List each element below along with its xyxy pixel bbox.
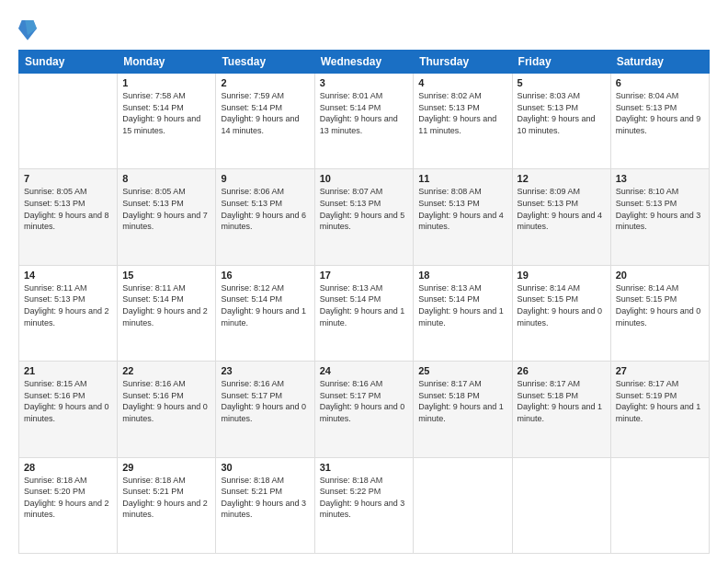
day-number: 28 [24, 462, 112, 473]
day-cell: 15 Sunrise: 8:11 AM Sunset: 5:14 PM Dayl… [118, 265, 216, 361]
day-cell: 13 Sunrise: 8:10 AM Sunset: 5:13 PM Dayl… [610, 169, 709, 265]
day-header-thursday: Thursday [414, 51, 512, 74]
day-number: 26 [518, 365, 606, 376]
day-info: Sunrise: 8:04 AM Sunset: 5:13 PM Dayligh… [616, 90, 704, 136]
day-info: Sunrise: 8:18 AM Sunset: 5:21 PM Dayligh… [122, 475, 210, 521]
day-info: Sunrise: 8:09 AM Sunset: 5:13 PM Dayligh… [518, 186, 606, 232]
day-info: Sunrise: 8:17 AM Sunset: 5:18 PM Dayligh… [418, 378, 506, 424]
day-header-friday: Friday [512, 51, 610, 74]
week-row-2: 14 Sunrise: 8:11 AM Sunset: 5:13 PM Dayl… [19, 265, 710, 361]
day-number: 19 [518, 270, 606, 281]
day-cell: 3 Sunrise: 8:01 AM Sunset: 5:14 PM Dayli… [314, 74, 414, 169]
day-number: 10 [320, 173, 409, 184]
week-row-4: 28 Sunrise: 8:18 AM Sunset: 5:20 PM Dayl… [19, 457, 710, 553]
day-info: Sunrise: 8:14 AM Sunset: 5:15 PM Dayligh… [616, 282, 704, 328]
day-number: 16 [221, 270, 309, 281]
day-cell: 28 Sunrise: 8:18 AM Sunset: 5:20 PM Dayl… [19, 457, 118, 553]
day-cell: 10 Sunrise: 8:07 AM Sunset: 5:13 PM Dayl… [314, 169, 414, 265]
day-cell: 1 Sunrise: 7:58 AM Sunset: 5:14 PM Dayli… [118, 74, 216, 169]
day-number: 31 [320, 462, 409, 473]
day-number: 23 [221, 365, 309, 376]
day-number: 24 [320, 365, 409, 376]
day-number: 30 [221, 462, 309, 473]
calendar: SundayMondayTuesdayWednesdayThursdayFrid… [18, 50, 710, 554]
day-info: Sunrise: 8:16 AM Sunset: 5:17 PM Dayligh… [320, 378, 409, 424]
day-cell: 31 Sunrise: 8:18 AM Sunset: 5:22 PM Dayl… [314, 457, 414, 553]
day-number: 20 [616, 270, 704, 281]
day-info: Sunrise: 8:10 AM Sunset: 5:13 PM Dayligh… [616, 186, 704, 232]
day-info: Sunrise: 8:06 AM Sunset: 5:13 PM Dayligh… [221, 186, 309, 232]
week-row-1: 7 Sunrise: 8:05 AM Sunset: 5:13 PM Dayli… [19, 169, 710, 265]
page: SundayMondayTuesdayWednesdayThursdayFrid… [0, 0, 728, 563]
day-cell: 30 Sunrise: 8:18 AM Sunset: 5:21 PM Dayl… [216, 457, 314, 553]
day-info: Sunrise: 7:59 AM Sunset: 5:14 PM Dayligh… [221, 90, 309, 136]
day-cell: 16 Sunrise: 8:12 AM Sunset: 5:14 PM Dayl… [216, 265, 314, 361]
day-header-monday: Monday [118, 51, 216, 74]
day-header-sunday: Sunday [19, 51, 118, 74]
day-number: 6 [616, 77, 704, 88]
day-cell [414, 457, 512, 553]
day-number: 17 [320, 270, 409, 281]
week-row-3: 21 Sunrise: 8:15 AM Sunset: 5:16 PM Dayl… [19, 362, 710, 457]
day-info: Sunrise: 8:18 AM Sunset: 5:21 PM Dayligh… [221, 475, 309, 521]
day-info: Sunrise: 8:11 AM Sunset: 5:13 PM Dayligh… [24, 282, 112, 328]
day-number: 9 [221, 173, 309, 184]
calendar-header-row: SundayMondayTuesdayWednesdayThursdayFrid… [19, 51, 710, 74]
day-info: Sunrise: 8:03 AM Sunset: 5:13 PM Dayligh… [518, 90, 606, 136]
day-info: Sunrise: 8:13 AM Sunset: 5:14 PM Dayligh… [320, 282, 409, 328]
day-info: Sunrise: 8:16 AM Sunset: 5:17 PM Dayligh… [221, 378, 309, 424]
day-cell: 19 Sunrise: 8:14 AM Sunset: 5:15 PM Dayl… [512, 265, 610, 361]
day-number: 13 [616, 173, 704, 184]
day-info: Sunrise: 8:05 AM Sunset: 5:13 PM Dayligh… [24, 186, 112, 232]
day-number: 27 [616, 365, 704, 376]
day-cell: 12 Sunrise: 8:09 AM Sunset: 5:13 PM Dayl… [512, 169, 610, 265]
day-number: 18 [418, 270, 506, 281]
logo-icon [18, 17, 37, 42]
day-cell [610, 457, 709, 553]
day-header-saturday: Saturday [610, 51, 709, 74]
day-cell: 17 Sunrise: 8:13 AM Sunset: 5:14 PM Dayl… [314, 265, 414, 361]
header [18, 17, 710, 42]
day-number: 29 [122, 462, 210, 473]
day-number: 14 [24, 270, 112, 281]
day-number: 4 [418, 77, 506, 88]
day-number: 2 [221, 77, 309, 88]
day-cell: 5 Sunrise: 8:03 AM Sunset: 5:13 PM Dayli… [512, 74, 610, 169]
day-number: 3 [320, 77, 409, 88]
day-info: Sunrise: 8:16 AM Sunset: 5:16 PM Dayligh… [122, 378, 210, 424]
day-info: Sunrise: 8:18 AM Sunset: 5:20 PM Dayligh… [24, 475, 112, 521]
day-info: Sunrise: 8:14 AM Sunset: 5:15 PM Dayligh… [518, 282, 606, 328]
day-cell: 21 Sunrise: 8:15 AM Sunset: 5:16 PM Dayl… [19, 362, 118, 457]
day-cell: 2 Sunrise: 7:59 AM Sunset: 5:14 PM Dayli… [216, 74, 314, 169]
day-info: Sunrise: 8:02 AM Sunset: 5:13 PM Dayligh… [418, 90, 506, 136]
day-cell: 18 Sunrise: 8:13 AM Sunset: 5:14 PM Dayl… [414, 265, 512, 361]
day-cell [512, 457, 610, 553]
day-cell: 9 Sunrise: 8:06 AM Sunset: 5:13 PM Dayli… [216, 169, 314, 265]
day-cell: 24 Sunrise: 8:16 AM Sunset: 5:17 PM Dayl… [314, 362, 414, 457]
day-cell: 4 Sunrise: 8:02 AM Sunset: 5:13 PM Dayli… [414, 74, 512, 169]
day-number: 5 [518, 77, 606, 88]
day-info: Sunrise: 8:17 AM Sunset: 5:19 PM Dayligh… [616, 378, 704, 424]
day-info: Sunrise: 8:15 AM Sunset: 5:16 PM Dayligh… [24, 378, 112, 424]
day-info: Sunrise: 8:12 AM Sunset: 5:14 PM Dayligh… [221, 282, 309, 328]
day-number: 11 [418, 173, 506, 184]
day-number: 12 [518, 173, 606, 184]
day-cell: 7 Sunrise: 8:05 AM Sunset: 5:13 PM Dayli… [19, 169, 118, 265]
day-header-tuesday: Tuesday [216, 51, 314, 74]
day-info: Sunrise: 7:58 AM Sunset: 5:14 PM Dayligh… [122, 90, 210, 136]
day-info: Sunrise: 8:11 AM Sunset: 5:14 PM Dayligh… [122, 282, 210, 328]
day-number: 22 [122, 365, 210, 376]
day-info: Sunrise: 8:13 AM Sunset: 5:14 PM Dayligh… [418, 282, 506, 328]
day-cell [19, 74, 118, 169]
day-info: Sunrise: 8:18 AM Sunset: 5:22 PM Dayligh… [320, 475, 409, 521]
day-cell: 29 Sunrise: 8:18 AM Sunset: 5:21 PM Dayl… [118, 457, 216, 553]
day-cell: 27 Sunrise: 8:17 AM Sunset: 5:19 PM Dayl… [610, 362, 709, 457]
day-cell: 22 Sunrise: 8:16 AM Sunset: 5:16 PM Dayl… [118, 362, 216, 457]
day-number: 8 [122, 173, 210, 184]
week-row-0: 1 Sunrise: 7:58 AM Sunset: 5:14 PM Dayli… [19, 74, 710, 169]
day-cell: 26 Sunrise: 8:17 AM Sunset: 5:18 PM Dayl… [512, 362, 610, 457]
day-cell: 8 Sunrise: 8:05 AM Sunset: 5:13 PM Dayli… [118, 169, 216, 265]
day-cell: 25 Sunrise: 8:17 AM Sunset: 5:18 PM Dayl… [414, 362, 512, 457]
day-info: Sunrise: 8:07 AM Sunset: 5:13 PM Dayligh… [320, 186, 409, 232]
day-cell: 6 Sunrise: 8:04 AM Sunset: 5:13 PM Dayli… [610, 74, 709, 169]
